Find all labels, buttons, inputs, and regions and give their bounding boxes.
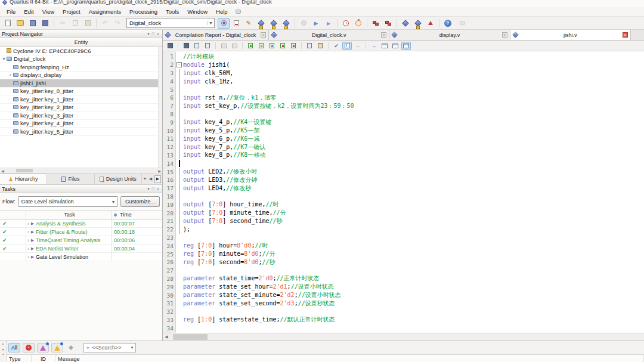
split-window-button[interactable]	[391, 42, 400, 50]
tree-item[interactable]: key_jitter:key_5_jitter	[0, 128, 162, 136]
find-next-button[interactable]	[192, 42, 202, 50]
menu-file[interactable]: File	[2, 7, 20, 16]
analysis-synthesis-button[interactable]	[268, 18, 280, 29]
close-tab-icon[interactable]: ×	[261, 32, 266, 38]
float-icon[interactable]: ▪	[2, 352, 4, 356]
tree-item[interactable]: key_jitter:key_2_jitter	[0, 104, 162, 112]
filter-warnings-button[interactable]	[51, 343, 63, 352]
task-row[interactable]: ✔›▶Fitter (Place & Route)00:00:18	[0, 228, 162, 236]
expander-icon[interactable]: ›	[8, 73, 13, 77]
replace-button[interactable]	[203, 42, 212, 50]
close-icon[interactable]: ×	[2, 342, 4, 346]
tree-item[interactable]: fenping:fenping_Hz	[0, 63, 162, 72]
new-file-button[interactable]	[2, 18, 14, 29]
code-line[interactable]: 31parameter state_set_second=2'd3;//设置秒状…	[163, 299, 644, 308]
save-file-button[interactable]	[165, 42, 175, 50]
scroll-right-icon[interactable]: ▶	[157, 169, 162, 173]
timing-analyzer-button[interactable]	[340, 18, 352, 29]
tree-item[interactable]: Cyclone IV E: EP4CE40F29C6	[0, 47, 162, 55]
code-line[interactable]: 6input rst_n,//复位，k1，清零	[163, 94, 644, 102]
assignment-editor-button[interactable]	[230, 18, 242, 29]
code-line[interactable]: 34	[163, 324, 644, 332]
messages-dock-strip[interactable]: × ▾ ▪	[0, 341, 7, 362]
menu-edit[interactable]: Edit	[20, 7, 38, 16]
code-line[interactable]: 20output [7:0] minute_time,//分	[163, 209, 644, 217]
back-button[interactable]	[353, 42, 363, 50]
tree-item[interactable]: key_jitter:key_1_jitter	[0, 95, 162, 104]
code-line[interactable]: 29parameter state_set_hour=2'd1;//设置小时状态	[163, 283, 644, 291]
tab-scroll-right-icon[interactable]: ▶	[154, 175, 161, 183]
type-column-header[interactable]: Type	[7, 355, 32, 362]
code-line[interactable]: 8	[163, 110, 644, 119]
menu-project[interactable]: Project	[58, 7, 85, 16]
filter-info-button[interactable]	[66, 343, 76, 352]
indent-button[interactable]	[230, 42, 239, 50]
code-line[interactable]: 9input key_4_p,//K4一设置键	[163, 118, 644, 126]
redo-button[interactable]	[112, 18, 123, 29]
tree-item[interactable]: key_jitter:key_0_jitter	[0, 88, 162, 96]
code-line[interactable]: 17output LED4,//修改秒	[163, 184, 644, 193]
task-row[interactable]: ✔›▶Analysis & Synthesis00:00:07	[0, 219, 162, 228]
code-line[interactable]: 23	[163, 234, 644, 242]
code-line[interactable]: 11input key_6_p,//K6一减	[163, 135, 644, 143]
code-line[interactable]: 25reg [7:0] minute=8'd0;//分	[163, 250, 644, 258]
start-compilation-button[interactable]	[255, 18, 267, 29]
code-line[interactable]: 21output [7:0] second_time//秒	[163, 217, 644, 225]
programmer-button[interactable]	[400, 18, 411, 29]
goto-button[interactable]	[369, 42, 379, 50]
tree-item[interactable]: ▾Digital_clock	[0, 55, 162, 64]
code-line[interactable]: 24reg [7:0] hour=8'd0;//时	[163, 242, 644, 250]
customize-button[interactable]: Customize...	[120, 196, 160, 207]
filter-errors-button[interactable]: ×	[23, 343, 35, 352]
bookmark-delete-button[interactable]	[289, 42, 298, 50]
stop-processing-button[interactable]	[298, 18, 309, 29]
expander-icon[interactable]: ▾	[1, 57, 7, 61]
syntax-check-button[interactable]	[332, 42, 341, 50]
scrollbar-thumb[interactable]	[173, 334, 208, 340]
run-button[interactable]	[310, 18, 322, 29]
code-line[interactable]: 19output [7:0] hour_time,//时	[163, 200, 644, 209]
flow-select[interactable]: Gate Level Simulation ▼	[18, 196, 117, 207]
task-expander-icon[interactable]: ›	[27, 221, 29, 227]
archive-project-button[interactable]	[39, 18, 51, 29]
code-line[interactable]: 30parameter state_set_minute=2'd2;//设置小时…	[163, 291, 644, 299]
tree-item[interactable]: key_jitter:key_4_jitter	[0, 120, 162, 128]
netlist-viewer-button[interactable]	[370, 18, 382, 29]
tab-jishi-v[interactable]: jishi.v ×	[510, 30, 631, 40]
bookmark-toggle-button[interactable]	[246, 42, 255, 50]
menu-view[interactable]: View	[38, 7, 58, 16]
code-line[interactable]: 27	[163, 267, 644, 275]
unindent-button[interactable]	[219, 42, 228, 50]
paste-button[interactable]	[82, 18, 94, 29]
code-line[interactable]: 12input key_7_p,//K7一确认	[163, 143, 644, 151]
tab-files[interactable]: Files	[47, 174, 94, 184]
scroll-left-icon[interactable]: ◀	[0, 169, 5, 173]
id-column-header[interactable]: ID	[32, 355, 55, 362]
close-tab-icon[interactable]: ×	[502, 32, 507, 38]
time-column-header[interactable]: Time	[120, 212, 132, 218]
timequest-button[interactable]	[352, 18, 364, 29]
code-editor[interactable]: 1//计时模块2-module jishi(3input clk_50M,4in…	[163, 51, 644, 333]
task-expander-icon[interactable]: ›	[27, 229, 29, 235]
save-button[interactable]	[27, 18, 39, 29]
close-tab-icon[interactable]: ×	[381, 32, 386, 38]
chevron-down-icon[interactable]: ▾	[129, 345, 135, 350]
settings-button[interactable]	[218, 18, 230, 29]
tree-vertical-scrollbar[interactable]	[158, 47, 162, 168]
tab-display-v[interactable]: display.v ×	[389, 30, 510, 40]
rtl-viewer-button[interactable]	[382, 18, 394, 29]
menu-assignments[interactable]: Assignments	[85, 7, 125, 16]
chevron-down-icon[interactable]: ▼	[110, 200, 117, 204]
menu-window[interactable]: Window	[183, 7, 212, 16]
code-line[interactable]: 3input clk_50M,	[163, 69, 644, 78]
code-line[interactable]: 7input set_key_p,//设置按键，k2，设置时间为23：59：50	[163, 102, 644, 110]
tab-scroll-left-icon[interactable]: ◀	[149, 177, 152, 181]
code-line[interactable]: 14	[163, 159, 644, 168]
uncomment-button[interactable]	[315, 42, 325, 50]
code-line[interactable]: 28parameter state_time=2'd0;//正常计时状态	[163, 275, 644, 283]
undo-button[interactable]	[99, 18, 111, 29]
messages-search-input[interactable]: ▼ <<Search>> ▾	[83, 343, 136, 352]
task-expander-icon[interactable]: ›	[27, 237, 29, 243]
code-line[interactable]: 15output LED2,//修改小时	[163, 168, 644, 176]
editor-horizontal-scrollbar[interactable]: ◀	[163, 333, 644, 341]
